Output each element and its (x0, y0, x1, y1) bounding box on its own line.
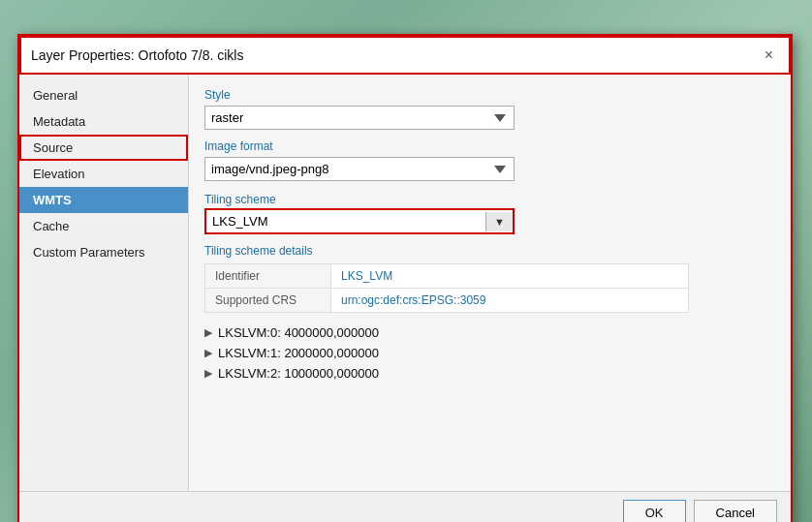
dialog-titlebar: Layer Properties: Ortofoto 7/8. cikls × (19, 36, 791, 75)
tiling-scheme-label: Tiling scheme (204, 193, 775, 206)
tiling-scheme-input[interactable] (206, 210, 485, 232)
sidebar-item-elevation[interactable]: Elevation (19, 161, 188, 187)
chevron-right-icon: ▶ (204, 347, 212, 359)
chevron-right-icon: ▶ (204, 367, 212, 380)
tiling-details-table: Identifier LKS_LVM Supported CRS urn:ogc… (204, 263, 689, 313)
sidebar: General Metadata Source Elevation WMTS C… (19, 75, 189, 491)
sidebar-item-general[interactable]: General (19, 82, 188, 108)
ok-button[interactable]: OK (623, 500, 686, 522)
identifier-key: Identifier (205, 264, 331, 289)
sidebar-item-custom-parameters[interactable]: Custom Parameters (19, 239, 188, 265)
tiling-scheme-row: ▼ (204, 208, 515, 234)
scale-item-label: LKSLVM:0: 4000000,000000 (218, 325, 379, 340)
sidebar-item-metadata[interactable]: Metadata (19, 108, 188, 135)
table-row: Supported CRS urn:ogc:def:crs:EPSG::3059 (205, 289, 689, 313)
list-item[interactable]: ▶ LKSLVM:0: 4000000,000000 (204, 322, 775, 343)
cancel-button[interactable]: Cancel (694, 500, 777, 522)
crs-value: urn:ogc:def:crs:EPSG::3059 (331, 289, 689, 313)
image-format-label: Image format (204, 139, 775, 153)
tiling-details-label: Tiling scheme details (204, 244, 775, 258)
layer-properties-dialog: Layer Properties: Ortofoto 7/8. cikls × … (17, 34, 793, 522)
scale-item-label: LKSLVM:1: 2000000,000000 (218, 346, 379, 360)
dialog-body: General Metadata Source Elevation WMTS C… (19, 75, 791, 491)
sidebar-item-wmts[interactable]: WMTS (19, 187, 188, 213)
image-format-select[interactable]: image/vnd.jpeg-png8 (204, 157, 515, 181)
dialog-title: Layer Properties: Ortofoto 7/8. cikls (31, 47, 243, 63)
main-content: Style raster Image format image/vnd.jpeg… (189, 75, 791, 491)
list-item[interactable]: ▶ LKSLVM:2: 1000000,000000 (204, 363, 775, 384)
sidebar-item-source[interactable]: Source (19, 135, 188, 161)
dialog-footer: OK Cancel (19, 491, 791, 522)
list-item[interactable]: ▶ LKSLVM:1: 2000000,000000 (204, 343, 775, 363)
style-select[interactable]: raster (204, 106, 515, 130)
table-row: Identifier LKS_LVM (205, 264, 689, 289)
crs-key: Supported CRS (205, 289, 331, 313)
style-label: Style (204, 88, 775, 102)
chevron-right-icon: ▶ (204, 326, 212, 339)
scale-item-label: LKSLVM:2: 1000000,000000 (218, 366, 379, 381)
sidebar-item-cache[interactable]: Cache (19, 213, 188, 239)
close-button[interactable]: × (759, 46, 779, 65)
identifier-value: LKS_LVM (331, 264, 689, 289)
tiling-scheme-dropdown-button[interactable]: ▼ (485, 212, 513, 231)
scale-list: ▶ LKSLVM:0: 4000000,000000 ▶ LKSLVM:1: 2… (204, 322, 775, 384)
